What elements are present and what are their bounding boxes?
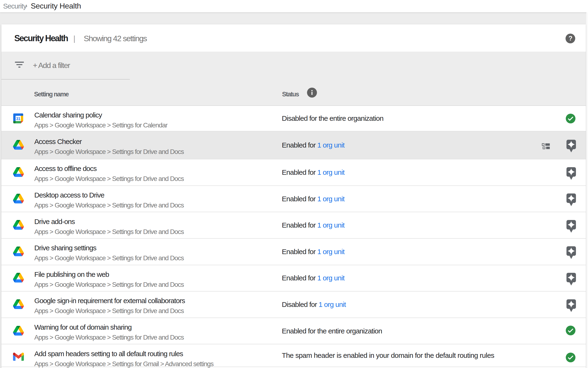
svg-text:31: 31 [16, 117, 20, 121]
